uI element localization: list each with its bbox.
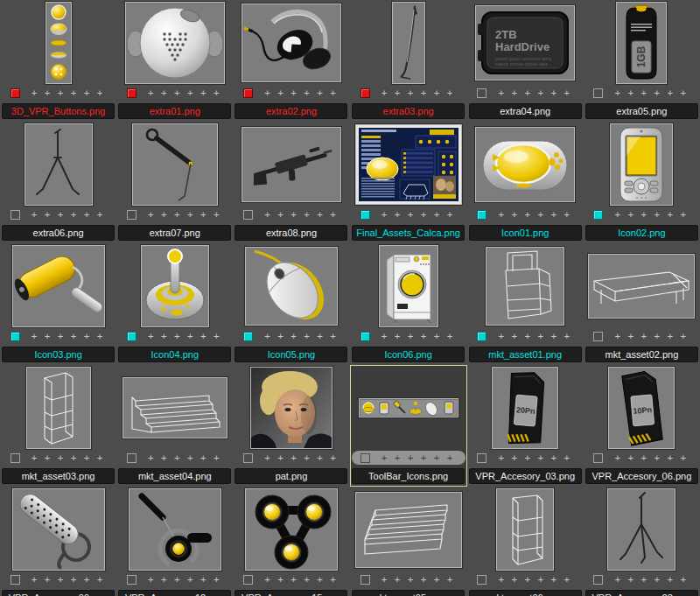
plus-mark[interactable]: + bbox=[67, 88, 80, 98]
harddrive-2tb-thumbnail[interactable]: 2TB HardDrive Lorem Ipsum solutioum tetr… bbox=[475, 5, 575, 81]
select-checkbox[interactable] bbox=[127, 88, 136, 98]
wire-stand-thumbnail[interactable] bbox=[24, 123, 93, 206]
thumbnail-cell[interactable]: + + + + + + 3D_VPR_Buttons.png bbox=[0, 0, 116, 122]
plus-mark[interactable]: + bbox=[274, 332, 287, 341]
select-checkbox[interactable] bbox=[593, 332, 603, 341]
filename-bar[interactable]: ToolBar_Icons.png bbox=[352, 468, 465, 484]
headphones-thumbnail[interactable] bbox=[242, 4, 341, 82]
plus-mark[interactable]: + bbox=[287, 575, 300, 585]
plus-mark[interactable]: + bbox=[663, 210, 676, 220]
select-checkbox[interactable] bbox=[477, 210, 486, 220]
plus-mark[interactable]: + bbox=[158, 575, 171, 585]
plus-mark[interactable]: + bbox=[378, 575, 391, 585]
plus-mark[interactable]: + bbox=[54, 453, 67, 463]
plus-mark[interactable]: + bbox=[54, 88, 67, 98]
plus-mark[interactable]: + bbox=[378, 453, 391, 463]
buttons-strip-thumbnail[interactable] bbox=[46, 2, 72, 84]
plus-mark[interactable]: + bbox=[197, 210, 210, 220]
plus-mark[interactable]: + bbox=[494, 575, 508, 585]
plus-mark[interactable]: + bbox=[650, 88, 663, 98]
plus-mark[interactable]: + bbox=[378, 210, 391, 220]
plus-mark[interactable]: + bbox=[404, 210, 417, 220]
select-checkbox[interactable] bbox=[10, 453, 20, 463]
filename-bar[interactable]: VPR_Accesory_23.png bbox=[585, 590, 698, 596]
plus-mark[interactable]: + bbox=[300, 453, 313, 463]
plus-mark[interactable]: + bbox=[144, 575, 158, 585]
plus-mark[interactable]: + bbox=[197, 453, 210, 463]
plus-mark[interactable]: + bbox=[197, 88, 210, 98]
plus-mark[interactable]: + bbox=[494, 453, 508, 463]
plus-mark[interactable]: + bbox=[494, 332, 508, 341]
plus-mark[interactable]: + bbox=[184, 575, 197, 585]
thumbnail-cell[interactable]: + + + + + + extra03.png bbox=[350, 0, 467, 122]
plus-mark[interactable]: + bbox=[67, 575, 80, 585]
probe-disc-thumbnail[interactable] bbox=[129, 488, 221, 571]
plus-mark[interactable]: + bbox=[261, 88, 274, 98]
select-checkbox[interactable] bbox=[360, 88, 370, 98]
thumbnail-cell[interactable]: + + + + + + VPR_Accesory_15.png bbox=[233, 487, 349, 596]
filename-bar[interactable]: pat.png bbox=[234, 468, 347, 484]
plus-mark[interactable]: + bbox=[391, 88, 404, 98]
select-checkbox[interactable] bbox=[360, 453, 370, 463]
plus-mark[interactable]: + bbox=[80, 88, 94, 98]
thumbnail-cell[interactable]: + + + + + + extra06.png bbox=[0, 122, 116, 243]
filename-bar[interactable]: Icon02.png bbox=[585, 225, 698, 241]
plus-mark[interactable]: + bbox=[28, 332, 41, 341]
select-checkbox[interactable] bbox=[593, 575, 603, 585]
plus-mark[interactable]: + bbox=[521, 453, 534, 463]
select-checkbox[interactable] bbox=[477, 332, 486, 341]
filename-bar[interactable]: extra07.png bbox=[118, 225, 231, 241]
plus-mark[interactable]: + bbox=[54, 210, 67, 220]
filename-bar[interactable]: mkt_asset02.png bbox=[585, 347, 698, 362]
plus-mark[interactable]: + bbox=[560, 210, 573, 220]
thumbnail-cell[interactable]: + + + + + + mkt_asset02.png bbox=[584, 243, 700, 365]
plus-mark[interactable]: + bbox=[650, 575, 663, 585]
plus-mark[interactable]: + bbox=[261, 453, 274, 463]
plus-mark[interactable]: + bbox=[663, 88, 676, 98]
plus-mark[interactable]: + bbox=[391, 332, 404, 341]
plus-mark[interactable]: + bbox=[54, 575, 67, 585]
plus-mark[interactable]: + bbox=[444, 575, 457, 585]
plus-mark[interactable]: + bbox=[94, 453, 107, 463]
plus-mark[interactable]: + bbox=[624, 88, 637, 98]
plus-mark[interactable]: + bbox=[144, 210, 158, 220]
plus-mark[interactable]: + bbox=[210, 88, 223, 98]
plus-mark[interactable]: + bbox=[287, 88, 300, 98]
plus-mark[interactable]: + bbox=[41, 210, 54, 220]
thumbnail-cell[interactable]: 2TB HardDrive Lorem Ipsum solutioum tetr… bbox=[467, 0, 584, 122]
plus-mark[interactable]: + bbox=[676, 210, 690, 220]
thumbnail-cell[interactable]: + + + + + + Icon05.png bbox=[233, 243, 349, 365]
select-checkbox[interactable] bbox=[360, 575, 370, 585]
plus-mark[interactable]: + bbox=[28, 575, 41, 585]
plus-mark[interactable]: + bbox=[67, 332, 80, 341]
wireframe-tiers-thumbnail[interactable] bbox=[122, 377, 228, 438]
plus-mark[interactable]: + bbox=[547, 210, 560, 220]
plus-mark[interactable]: + bbox=[210, 332, 223, 341]
plus-mark[interactable]: + bbox=[560, 453, 573, 463]
plus-mark[interactable]: + bbox=[80, 210, 94, 220]
plus-mark[interactable]: + bbox=[41, 332, 54, 341]
filename-bar[interactable]: mkt_asset04.png bbox=[118, 468, 231, 484]
filename-bar[interactable]: extra03.png bbox=[352, 103, 465, 119]
plus-mark[interactable]: + bbox=[326, 210, 340, 220]
plus-mark[interactable]: + bbox=[444, 88, 457, 98]
plus-mark[interactable]: + bbox=[54, 332, 67, 341]
plus-mark[interactable]: + bbox=[547, 575, 560, 585]
plus-mark[interactable]: + bbox=[326, 332, 340, 341]
plus-mark[interactable]: + bbox=[261, 332, 274, 341]
plus-mark[interactable]: + bbox=[287, 332, 300, 341]
select-checkbox[interactable] bbox=[10, 88, 20, 98]
plus-mark[interactable]: + bbox=[637, 332, 650, 341]
plus-mark[interactable]: + bbox=[611, 210, 624, 220]
plus-mark[interactable]: + bbox=[637, 88, 650, 98]
filename-bar[interactable]: VPR_Accesory_06.png bbox=[585, 468, 698, 484]
usb-drive-1gb-thumbnail[interactable]: 1GB bbox=[616, 2, 667, 84]
thumbnail-cell[interactable]: + + + + + + ToolBar_Icons.png bbox=[350, 365, 467, 487]
select-checkbox[interactable] bbox=[360, 332, 370, 341]
plus-mark[interactable]: + bbox=[210, 453, 223, 463]
plus-mark[interactable]: + bbox=[521, 210, 534, 220]
plus-mark[interactable]: + bbox=[547, 453, 560, 463]
plus-mark[interactable]: + bbox=[534, 332, 547, 341]
filename-bar[interactable]: mkt_asset06.png bbox=[469, 590, 582, 596]
plus-mark[interactable]: + bbox=[676, 453, 690, 463]
